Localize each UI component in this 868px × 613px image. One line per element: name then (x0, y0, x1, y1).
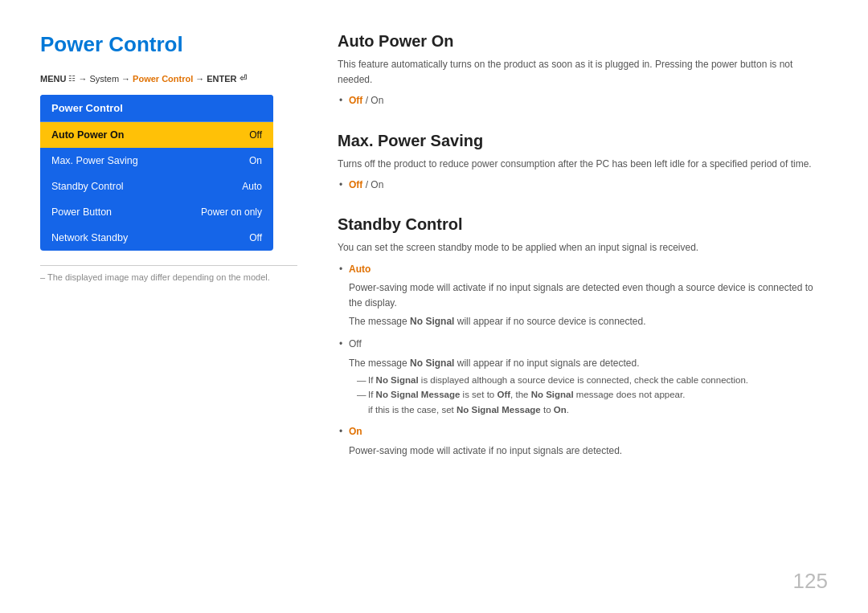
menu-item-network-standby[interactable]: Network Standby Off (40, 225, 273, 251)
highlight-off: Off (349, 95, 362, 106)
highlight-on: On (371, 179, 383, 190)
page-number: 125 (793, 569, 828, 594)
standby-off-label: Off (349, 338, 362, 349)
menu-item-max-power-saving[interactable]: Max. Power Saving On (40, 148, 273, 174)
menu-item-auto-power-on[interactable]: Auto Power On Off (40, 122, 273, 148)
auto-power-on-bullets: Off / On (349, 92, 828, 108)
bullet-off-on: Off / On (349, 92, 828, 108)
menu-item-value: Off (249, 129, 262, 141)
menu-item-label: Standby Control (51, 181, 124, 192)
section-auto-power-on: Auto Power On This feature automatically… (338, 32, 828, 109)
standby-on-label: On (349, 426, 362, 437)
breadcrumb-menu: MENU (40, 74, 66, 84)
enter-icon: ⏎ (240, 73, 247, 84)
standby-auto-label: Auto (349, 264, 371, 275)
standby-off-if-case: if this is the case, set No Signal Messa… (368, 403, 828, 417)
breadcrumb-arrow1: → (78, 74, 87, 84)
section-title-max-power-saving: Max. Power Saving (338, 132, 828, 150)
standby-auto-desc: Power-saving mode will activate if no in… (349, 280, 828, 311)
section-desc-auto-power-on: This feature automatically turns on the … (338, 57, 828, 88)
section-standby-control: Standby Control You can set the screen s… (338, 215, 828, 458)
menu-item-value: Power on only (201, 206, 262, 218)
standby-control-bullets: Auto Power-saving mode will activate if … (349, 261, 828, 459)
breadcrumb-enter: ENTER (207, 74, 236, 84)
section-desc-max-power-saving: Turns off the product to reduce power co… (338, 157, 828, 172)
breadcrumb-arrow2: → (121, 74, 130, 84)
highlight-off: Off (349, 179, 362, 190)
section-max-power-saving: Max. Power Saving Turns off the product … (338, 132, 828, 194)
bullet-on: On Power-saving mode will activate if no… (349, 423, 828, 459)
sub-bullet-no-signal-connected: If No Signal is displayed although a sou… (357, 373, 828, 387)
menu-item-label: Auto Power On (51, 129, 124, 141)
footnote: – The displayed image may differ dependi… (40, 265, 297, 282)
breadcrumb-power-control: Power Control (133, 74, 193, 84)
standby-on-desc: Power-saving mode will activate if no in… (349, 443, 828, 459)
section-desc-standby-control: You can set the screen standby mode to b… (338, 240, 828, 255)
standby-auto-desc2: The message No Signal will appear if no … (349, 314, 828, 329)
right-column: Auto Power On This feature automatically… (330, 32, 828, 481)
section-title-auto-power-on: Auto Power On (338, 32, 828, 51)
bullet-off: Off The message No Signal will appear if… (349, 336, 828, 417)
bullet-off-on-saving: Off / On (349, 177, 828, 193)
menu-icon: ☷ (68, 74, 76, 83)
section-title-standby-control: Standby Control (338, 215, 828, 234)
highlight-on: On (371, 95, 383, 106)
bullet-auto: Auto Power-saving mode will activate if … (349, 261, 828, 330)
menu-item-power-button[interactable]: Power Button Power on only (40, 199, 273, 225)
menu-item-label: Max. Power Saving (51, 155, 138, 166)
max-power-saving-bullets: Off / On (349, 177, 828, 193)
menu-item-label: Network Standby (51, 232, 128, 243)
breadcrumb: MENU ☷ → System → Power Control → ENTER … (40, 73, 297, 84)
sub-bullet-no-signal-message: If No Signal Message is set to Off, the … (357, 387, 828, 402)
menu-item-standby-control[interactable]: Standby Control Auto (40, 174, 273, 199)
breadcrumb-system: System (89, 74, 119, 84)
menu-panel: Power Control Auto Power On Off Max. Pow… (40, 95, 273, 251)
menu-item-value: Auto (242, 181, 262, 192)
menu-item-value: Off (249, 232, 262, 243)
standby-off-sub-bullets: If No Signal is displayed although a sou… (357, 373, 828, 403)
page-title: Power Control (40, 32, 297, 57)
menu-panel-header: Power Control (40, 95, 273, 122)
menu-item-value: On (249, 155, 262, 166)
menu-item-label: Power Button (51, 206, 112, 218)
breadcrumb-arrow3: → (195, 74, 204, 84)
left-column: Power Control MENU ☷ → System → Power Co… (40, 32, 297, 481)
standby-off-desc: The message No Signal will appear if no … (349, 356, 828, 371)
